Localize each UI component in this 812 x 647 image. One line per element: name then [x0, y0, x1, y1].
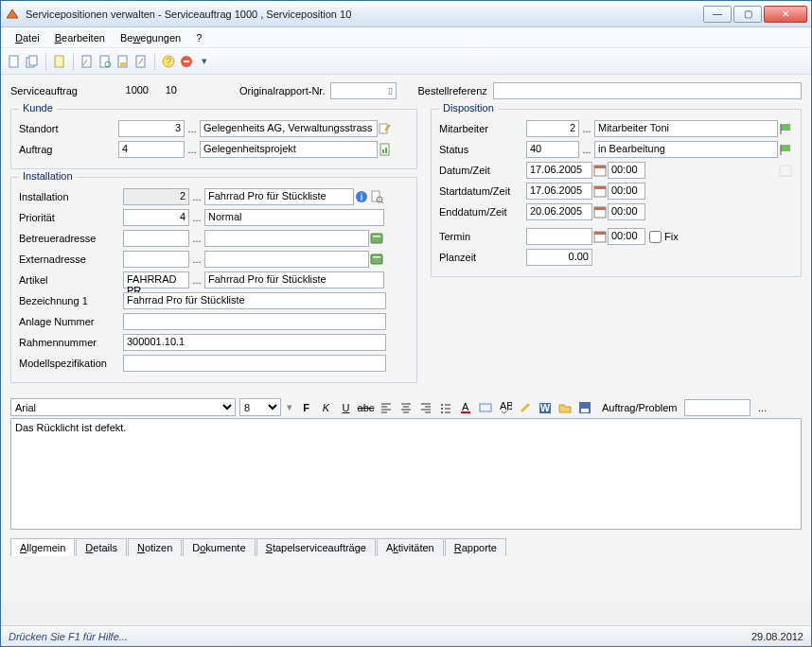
- artikel-name[interactable]: Fahrrad Pro für Stückliste: [204, 271, 384, 289]
- extern-name[interactable]: [204, 251, 369, 268]
- tab-details[interactable]: Details: [76, 538, 127, 556]
- standort-nr-input[interactable]: 3: [118, 120, 185, 137]
- clear-format-icon[interactable]: [517, 399, 533, 415]
- anlage-input[interactable]: [123, 313, 386, 330]
- dropdown-icon[interactable]: ▾: [197, 54, 212, 69]
- save-icon[interactable]: [576, 399, 592, 415]
- underline-icon[interactable]: U: [338, 399, 354, 415]
- status-name[interactable]: in Bearbeitung: [594, 141, 778, 158]
- tab-dokumente[interactable]: Dokumente: [183, 538, 255, 556]
- auftrag-problem-lookup[interactable]: ...: [754, 402, 769, 413]
- start-input[interactable]: 17.06.2005: [526, 183, 592, 200]
- card-icon[interactable]: [369, 252, 384, 267]
- stop-icon[interactable]: [179, 54, 194, 69]
- menu-datei[interactable]: DDateiatei: [9, 30, 46, 45]
- tab-stapel[interactable]: Stapelserviceaufträge: [256, 538, 376, 556]
- maximize-button[interactable]: ▢: [733, 6, 762, 23]
- prioritaet-nr[interactable]: 4: [123, 209, 189, 226]
- installation-lookup[interactable]: ...: [189, 191, 204, 202]
- menu-bearbeiten[interactable]: Bearbeiten: [48, 30, 112, 45]
- strike-icon[interactable]: abє: [358, 399, 374, 415]
- help-icon[interactable]: ?: [161, 54, 176, 69]
- minimize-button[interactable]: —: [703, 6, 732, 23]
- svg-rect-16: [385, 148, 387, 153]
- font-color-icon[interactable]: A: [457, 399, 473, 415]
- word-icon[interactable]: W: [537, 399, 553, 415]
- auftrag-problem-input[interactable]: [684, 399, 750, 416]
- status-lookup[interactable]: ...: [579, 144, 594, 155]
- edit-icon[interactable]: [378, 121, 393, 136]
- mitarbeiter-name[interactable]: Mitarbeiter Toni: [594, 120, 778, 137]
- modell-input[interactable]: [123, 355, 386, 372]
- size-select[interactable]: 8: [239, 398, 281, 416]
- doc3-icon[interactable]: [97, 54, 113, 69]
- editor-body[interactable]: Das Rücklicht ist defekt.: [10, 418, 802, 530]
- open-icon[interactable]: [556, 399, 573, 415]
- tab-rapporte[interactable]: Rapporte: [445, 538, 506, 556]
- menu-help[interactable]: ?: [189, 30, 208, 45]
- extern-lookup[interactable]: ...: [189, 254, 204, 265]
- standort-lookup[interactable]: ...: [185, 123, 200, 134]
- prioritaet-name[interactable]: Normal: [204, 209, 384, 226]
- installation-name[interactable]: Fahrrad Pro für Stückliste: [204, 188, 354, 205]
- betreuer-lookup[interactable]: ...: [189, 233, 204, 244]
- copy-icon[interactable]: [25, 54, 40, 69]
- tab-allgemein[interactable]: Allgemein: [10, 538, 75, 556]
- align-right-icon[interactable]: [417, 399, 433, 415]
- bullets-icon[interactable]: [437, 399, 453, 415]
- info-icon[interactable]: i: [354, 189, 369, 204]
- card-icon[interactable]: [369, 231, 384, 246]
- align-center-icon[interactable]: [397, 399, 414, 415]
- new-icon[interactable]: [7, 54, 22, 69]
- bestellreferenz-input[interactable]: [493, 82, 802, 99]
- artikel-lookup[interactable]: ...: [189, 274, 204, 286]
- extern-nr[interactable]: [123, 251, 189, 268]
- termin-input[interactable]: [526, 228, 592, 245]
- status-nr[interactable]: 40: [526, 141, 579, 158]
- tab-notizen[interactable]: Notizen: [128, 538, 182, 556]
- rahmen-input[interactable]: 300001.10.1: [123, 334, 386, 351]
- mitarbeiter-lookup[interactable]: ...: [579, 123, 594, 134]
- bold-icon[interactable]: F: [298, 399, 314, 415]
- auftrag-nr-input[interactable]: 4: [118, 141, 185, 158]
- datum-input[interactable]: 17.06.2005: [526, 162, 592, 179]
- menu-bewegungen[interactable]: Bewegungen: [114, 30, 187, 45]
- doc4-icon[interactable]: [115, 54, 131, 69]
- font-select[interactable]: Arial: [10, 398, 236, 416]
- close-button[interactable]: ✕: [764, 6, 807, 23]
- doc1-icon[interactable]: [52, 54, 67, 69]
- auftrag-name-input[interactable]: Gelegenheitsprojekt: [200, 141, 378, 158]
- auftrag-lookup[interactable]: ...: [185, 144, 200, 155]
- bezeichnung1-input[interactable]: Fahrrad Pro für Stückliste: [123, 292, 386, 309]
- betreuer-nr[interactable]: [123, 230, 189, 247]
- calendar-icon[interactable]: [592, 204, 608, 219]
- align-left-icon[interactable]: [378, 399, 394, 415]
- doc2-icon[interactable]: [79, 54, 95, 69]
- datum-time[interactable]: 00:00: [608, 162, 645, 179]
- spellcheck-icon[interactable]: ABC: [497, 399, 513, 415]
- calendar-icon[interactable]: [592, 163, 608, 178]
- mitarbeiter-nr[interactable]: 2: [526, 120, 579, 137]
- planzeit-input[interactable]: 0.00: [526, 249, 592, 266]
- originalrapport-input[interactable]: ▯: [330, 82, 397, 99]
- betreuer-name[interactable]: [204, 230, 369, 247]
- prioritaet-lookup[interactable]: ...: [189, 212, 204, 223]
- flag-icon[interactable]: [778, 121, 793, 136]
- search-doc-icon[interactable]: [369, 189, 384, 204]
- installation-nr[interactable]: 2: [123, 188, 189, 205]
- end-time[interactable]: 00:00: [608, 203, 645, 220]
- end-input[interactable]: 20.06.2005: [526, 203, 592, 220]
- flag-icon[interactable]: [778, 142, 793, 157]
- report-icon[interactable]: [378, 142, 393, 157]
- standort-name-input[interactable]: Gelegenheits AG, Verwaltungsstrass: [200, 120, 378, 137]
- italic-icon[interactable]: K: [318, 399, 334, 415]
- fix-checkbox[interactable]: [649, 231, 662, 243]
- start-time[interactable]: 00:00: [608, 183, 645, 200]
- calendar-icon[interactable]: [592, 229, 608, 244]
- artikel-code[interactable]: FAHRRAD PR: [123, 271, 189, 289]
- doc5-icon[interactable]: [133, 54, 149, 69]
- termin-time[interactable]: 00:00: [608, 228, 645, 245]
- calendar-icon[interactable]: [592, 184, 608, 199]
- insert-field-icon[interactable]: [477, 399, 493, 415]
- tab-aktivitaeten[interactable]: Aktivitäten: [377, 538, 444, 556]
